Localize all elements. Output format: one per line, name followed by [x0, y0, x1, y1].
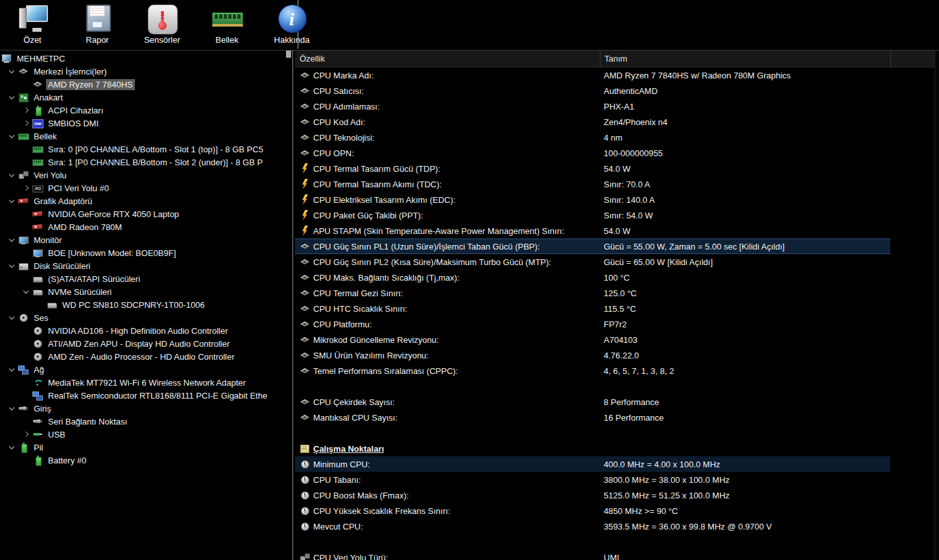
tree-item[interactable]: Giriş — [0, 402, 292, 415]
table-row[interactable]: Çalışma Noktaları — [295, 441, 890, 456]
table-row[interactable]: CPU Satıcısı:AuthenticAMD — [295, 83, 890, 99]
summary-button[interactable]: Özet — [0, 3, 65, 45]
table-row[interactable] — [295, 425, 890, 441]
tree-item[interactable]: Ses — [0, 311, 292, 324]
scrollbar-track[interactable] — [934, 51, 939, 560]
tree-item[interactable]: SMBIOS DMI — [0, 117, 292, 130]
table-row[interactable]: CPU Termal Tasarım Akımı (TDC):Sınır: 70… — [295, 176, 890, 192]
property-value: 4.76.22.0 — [604, 351, 639, 360]
tree-item[interactable]: Pil — [0, 441, 292, 454]
table-row[interactable]: Mantıksal CPU Sayısı:16 Performance — [295, 410, 890, 425]
chevron-collapsed-icon[interactable] — [23, 185, 29, 191]
chevron-expanded-icon[interactable] — [9, 236, 14, 241]
tree-item[interactable]: NVIDIA GeForce RTX 4050 Laptop — [0, 207, 292, 220]
memory-button[interactable]: Bellek — [195, 3, 259, 45]
tree-item[interactable]: Merkezi İşlemci(ler) — [0, 65, 292, 78]
tree-item[interactable]: ATI/AMD Zen APU - Display HD Audio Contr… — [0, 337, 292, 350]
table-row[interactable]: CPU Kod Adı:Zen4/Phoenix n4 — [295, 114, 890, 130]
table-row[interactable]: CPU Güç Sınırı PL2 (Kısa Süre)/Maksimum … — [295, 254, 890, 270]
table-row[interactable]: SMU Ürün Yazılımı Revizyonu:4.76.22.0 — [295, 347, 890, 363]
about-button[interactable]: Hakkında — [259, 3, 324, 45]
chevron-expanded-icon[interactable] — [9, 262, 14, 267]
table-row[interactable]: Mikrokod Güncelleme Revizyonu:A704103 — [295, 332, 890, 347]
table-row[interactable]: CPU Elektriksel Tasarım Akımı (EDC):Sını… — [295, 192, 890, 207]
table-row[interactable]: CPU Termal Gezi Sınırı:125.0 °C — [295, 285, 890, 301]
column-divider[interactable] — [600, 51, 600, 67]
memory-button-label: Bellek — [215, 35, 238, 45]
table-row[interactable]: CPU Adımlaması:PHX-A1 — [295, 99, 890, 114]
monitor-icon — [32, 248, 43, 258]
chevron-collapsed-icon[interactable] — [23, 108, 29, 113]
tree-item[interactable]: Anakart — [0, 91, 292, 104]
chevron-collapsed-icon[interactable] — [23, 432, 29, 437]
sensors-button[interactable]: Sensörler — [130, 3, 195, 45]
table-row[interactable]: CPU Marka Adı:AMD Ryzen 7 7840HS w/ Rade… — [295, 67, 890, 83]
table-row[interactable]: CPU Boost Maks (Fmax):5125.0 MHz = 51.25… — [295, 487, 890, 503]
tree-item[interactable]: NVIDIA AD106 - High Definition Audio Con… — [0, 324, 292, 337]
chevron-expanded-icon[interactable] — [9, 443, 14, 449]
chevron-expanded-icon[interactable] — [9, 404, 14, 410]
table-row[interactable] — [295, 534, 890, 550]
tree-item[interactable]: (S)ATA/ATAPI Sürücüleri — [0, 272, 292, 285]
table-row[interactable]: CPU Maks. Bağlantı Sıcaklığı (Tj,max):10… — [295, 270, 890, 285]
table-row[interactable]: Mevcut CPU:3593.5 MHz = 36.00 x 99.8 MHz… — [295, 519, 890, 534]
chevron-slot — [19, 350, 32, 363]
tree-item[interactable]: AMD Zen - Audio Processor - HD Audio Con… — [0, 350, 292, 363]
chevron-expanded-icon[interactable] — [9, 197, 14, 202]
tree-item-label: Disk Sürücüleri — [32, 261, 92, 272]
tree-item[interactable]: MEHMETPC — [0, 52, 292, 65]
table-row[interactable]: APU STAPM (Skin Temperature-Aware Power … — [295, 223, 890, 239]
table-row[interactable]: CPU Veri Yolu Türü:UMI — [295, 550, 890, 560]
table-row[interactable]: Minimum CPU:400.0 MHz = 4.00 x 100.0 MHz — [295, 456, 890, 472]
chevron-expanded-icon[interactable] — [9, 67, 14, 73]
table-row[interactable]: CPU Güç Sınırı PL1 (Uzun Süre)/İşlemci T… — [295, 239, 890, 254]
cpu-icon — [300, 257, 310, 267]
table-row[interactable]: CPU Platformu:FP7r2 — [295, 316, 890, 332]
column-divider[interactable] — [890, 51, 891, 67]
chevron-expanded-icon[interactable] — [9, 132, 14, 137]
tree-item[interactable]: WD PC SN810 SDCPNRY-1T00-1006 — [0, 298, 292, 311]
tree-item[interactable]: Sıra: 1 [P0 CHANNEL B/Bottom - Slot 2 (u… — [0, 156, 292, 169]
tree-item[interactable]: ACPI Cihazları — [0, 104, 292, 117]
chevron-collapsed-icon[interactable] — [23, 121, 29, 126]
table-row[interactable]: CPU OPN:100-000000955 — [295, 145, 890, 161]
table-row[interactable]: CPU Paket Güç Takibi (PPT):Sınır: 54.0 W — [295, 207, 890, 223]
column-header-tanim[interactable]: Tanım — [604, 54, 627, 64]
tree-item[interactable]: Bellek — [0, 130, 292, 143]
table-row[interactable] — [295, 379, 890, 394]
table-row[interactable]: CPU HTC Sıcaklık Sınırı:115.5 °C — [295, 301, 890, 316]
table-row[interactable]: CPU Çekirdek Sayısı:8 Performance — [295, 394, 890, 410]
property-value: 4850 MHz >= 90 °C — [604, 506, 678, 516]
tree-item[interactable]: RealTek Semiconductor RTL8168/8111 PCI-E… — [0, 389, 292, 402]
tree-item[interactable]: AMD Ryzen 7 7840HS — [0, 78, 292, 91]
table-row[interactable]: CPU Tabanı:3800.0 MHz = 38.00 x 100.0 MH… — [295, 472, 890, 487]
tree-scroll-up-button[interactable] — [286, 51, 291, 58]
tree-item[interactable]: Battery #0 — [0, 454, 292, 467]
tree-item[interactable]: USB — [0, 428, 292, 441]
table-row[interactable]: CPU Teknolojisi:4 nm — [295, 130, 890, 145]
chevron-expanded-icon[interactable] — [9, 93, 14, 99]
drive-icon — [47, 299, 57, 310]
tree-item[interactable]: Ağ — [0, 363, 292, 376]
report-button[interactable]: Rapor — [65, 3, 130, 45]
table-row[interactable]: Temel Performans Sıralaması (CPPC):4, 6,… — [295, 363, 890, 379]
tree-item[interactable]: Monitör — [0, 233, 292, 246]
column-header-ozellik[interactable]: Özellik — [300, 54, 325, 64]
tree-item[interactable]: MediaTek MT7921 Wi-Fi 6 Wireless Network… — [0, 376, 292, 389]
tree-item[interactable]: NVMe Sürücüleri — [0, 285, 292, 298]
tree-item[interactable]: PCI Veri Yolu #0 — [0, 181, 292, 194]
chevron-expanded-icon[interactable] — [9, 314, 14, 319]
tree-item-label: Ses — [32, 312, 50, 323]
tree-item[interactable]: Grafik Adaptörü — [0, 194, 292, 207]
chevron-expanded-icon[interactable] — [9, 366, 14, 371]
table-row[interactable]: CPU Yüksek Sıcaklık Frekans Sınırı:4850 … — [295, 503, 890, 519]
chevron-expanded-icon[interactable] — [9, 171, 14, 176]
tree-item[interactable]: Veri Yolu — [0, 169, 292, 181]
tree-item[interactable]: Disk Sürücüleri — [0, 259, 292, 272]
chevron-expanded-icon[interactable] — [23, 288, 29, 293]
tree-item[interactable]: Sıra: 0 [P0 CHANNEL A/Bottom - Slot 1 (t… — [0, 143, 292, 156]
tree-item[interactable]: BOE [Unknown Model: BOE0B9F] — [0, 246, 292, 259]
table-row[interactable]: CPU Termal Tasarım Gücü (TDP):54.0 W — [295, 161, 890, 176]
tree-item[interactable]: AMD Radeon 780M — [0, 220, 292, 233]
tree-item[interactable]: Seri Bağlantı Noktası — [0, 415, 292, 428]
